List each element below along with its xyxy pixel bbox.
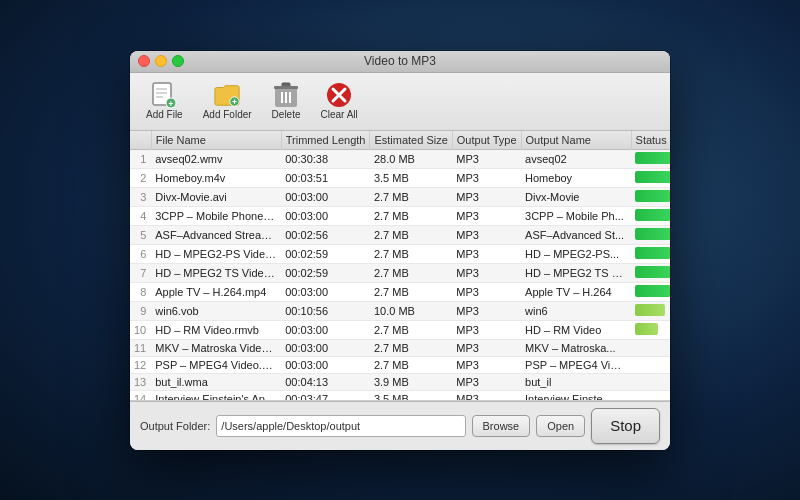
row-num: 4 (130, 206, 151, 225)
row-filename: Divx-Movie.avi (151, 187, 281, 206)
row-size: 2.7 MB (370, 225, 452, 244)
bottom-bar: Output Folder: Browse Open Stop (130, 401, 670, 450)
row-filename: Interview Einstein's Approacah.... (151, 390, 281, 401)
row-output: win6 (521, 301, 631, 320)
row-num: 11 (130, 339, 151, 356)
table-row[interactable]: 10 HD – RM Video.rmvb 00:03:00 2.7 MB MP… (130, 320, 670, 339)
row-size: 2.7 MB (370, 187, 452, 206)
row-output: 3CPP – Mobile Ph... (521, 206, 631, 225)
table-row[interactable]: 8 Apple TV – H.264.mp4 00:03:00 2.7 MB M… (130, 282, 670, 301)
row-trimmed: 00:02:56 (281, 225, 370, 244)
add-folder-label: Add Folder (203, 109, 252, 120)
row-num: 14 (130, 390, 151, 401)
table-row[interactable]: 5 ASF–Advanced Streaming for... 00:02:56… (130, 225, 670, 244)
browse-button[interactable]: Browse (472, 415, 531, 437)
row-type: MP3 (452, 390, 521, 401)
file-table: File Name Trimmed Length Estimated Size … (130, 131, 670, 401)
row-type: MP3 (452, 206, 521, 225)
row-status (631, 244, 670, 263)
row-status (631, 390, 670, 401)
row-size: 2.7 MB (370, 339, 452, 356)
row-status (631, 373, 670, 390)
maximize-button[interactable] (172, 55, 184, 67)
row-filename: avseq02.wmv (151, 149, 281, 168)
table-row[interactable]: 9 win6.vob 00:10:56 10.0 MB MP3 win6 (130, 301, 670, 320)
col-status[interactable]: Status (631, 131, 670, 150)
table-row[interactable]: 1 avseq02.wmv 00:30:38 28.0 MB MP3 avseq… (130, 149, 670, 168)
row-trimmed: 00:30:38 (281, 149, 370, 168)
table-row[interactable]: 2 Homeboy.m4v 00:03:51 3.5 MB MP3 Homebo… (130, 168, 670, 187)
delete-label: Delete (272, 109, 301, 120)
minimize-button[interactable] (155, 55, 167, 67)
traffic-lights (138, 55, 184, 67)
row-trimmed: 00:03:00 (281, 187, 370, 206)
table-row[interactable]: 3 Divx-Movie.avi 00:03:00 2.7 MB MP3 Div… (130, 187, 670, 206)
col-size[interactable]: Estimated Size (370, 131, 452, 150)
row-type: MP3 (452, 149, 521, 168)
row-output: ASF–Advanced St... (521, 225, 631, 244)
add-file-icon: + (150, 83, 178, 107)
row-size: 2.7 MB (370, 320, 452, 339)
table-row[interactable]: 13 but_il.wma 00:04:13 3.9 MB MP3 but_il (130, 373, 670, 390)
row-num: 9 (130, 301, 151, 320)
row-filename: Homeboy.m4v (151, 168, 281, 187)
row-status (631, 301, 670, 320)
table-row[interactable]: 7 HD – MPEG2 TS Video.ts 00:02:59 2.7 MB… (130, 263, 670, 282)
stop-button[interactable]: Stop (591, 408, 660, 444)
row-trimmed: 00:02:59 (281, 244, 370, 263)
row-output: avseq02 (521, 149, 631, 168)
row-output: Interview Einste... (521, 390, 631, 401)
table-row[interactable]: 14 Interview Einstein's Approacah.... 00… (130, 390, 670, 401)
row-num: 12 (130, 356, 151, 373)
row-output: MKV – Matroska... (521, 339, 631, 356)
svg-text:+: + (169, 99, 174, 109)
add-file-label: Add File (146, 109, 183, 120)
col-filename[interactable]: File Name (151, 131, 281, 150)
row-size: 10.0 MB (370, 301, 452, 320)
table-row[interactable]: 4 3CPP – Mobile Phone 3GP Vid... 00:03:0… (130, 206, 670, 225)
row-type: MP3 (452, 373, 521, 390)
table-row[interactable]: 6 HD – MPEG2-PS Video.mpg 00:02:59 2.7 M… (130, 244, 670, 263)
row-status (631, 225, 670, 244)
table-row[interactable]: 11 MKV – Matroska Video.mkv 00:03:00 2.7… (130, 339, 670, 356)
clear-all-label: Clear All (321, 109, 358, 120)
row-status (631, 263, 670, 282)
row-type: MP3 (452, 168, 521, 187)
row-status (631, 206, 670, 225)
row-output: HD – MPEG2 TS V... (521, 263, 631, 282)
table-row[interactable]: 12 PSP – MPEG4 Video.mp4 00:03:00 2.7 MB… (130, 356, 670, 373)
col-output[interactable]: Output Name (521, 131, 631, 150)
row-filename: ASF–Advanced Streaming for... (151, 225, 281, 244)
clear-all-button[interactable]: Clear All (315, 79, 364, 124)
row-size: 2.7 MB (370, 206, 452, 225)
row-status (631, 187, 670, 206)
add-file-button[interactable]: + Add File (140, 79, 189, 124)
row-filename: MKV – Matroska Video.mkv (151, 339, 281, 356)
row-filename: win6.vob (151, 301, 281, 320)
row-trimmed: 00:03:00 (281, 356, 370, 373)
row-type: MP3 (452, 301, 521, 320)
row-type: MP3 (452, 356, 521, 373)
close-button[interactable] (138, 55, 150, 67)
row-output: Divx-Movie (521, 187, 631, 206)
row-trimmed: 00:03:00 (281, 282, 370, 301)
delete-button[interactable]: Delete (266, 79, 307, 124)
add-folder-button[interactable]: + Add Folder (197, 79, 258, 124)
file-table-body: 1 avseq02.wmv 00:30:38 28.0 MB MP3 avseq… (130, 149, 670, 401)
row-filename: 3CPP – Mobile Phone 3GP Vid... (151, 206, 281, 225)
row-trimmed: 00:03:51 (281, 168, 370, 187)
toolbar: + Add File + Add Folder (130, 73, 670, 131)
open-button[interactable]: Open (536, 415, 585, 437)
row-size: 2.7 MB (370, 282, 452, 301)
row-output: HD – RM Video (521, 320, 631, 339)
row-size: 2.7 MB (370, 263, 452, 282)
file-table-container[interactable]: File Name Trimmed Length Estimated Size … (130, 131, 670, 401)
row-filename: but_il.wma (151, 373, 281, 390)
col-num (130, 131, 151, 150)
row-size: 2.7 MB (370, 356, 452, 373)
output-path-input[interactable] (216, 415, 465, 437)
row-size: 28.0 MB (370, 149, 452, 168)
col-trimmed[interactable]: Trimmed Length (281, 131, 370, 150)
col-type[interactable]: Output Type (452, 131, 521, 150)
row-trimmed: 00:04:13 (281, 373, 370, 390)
